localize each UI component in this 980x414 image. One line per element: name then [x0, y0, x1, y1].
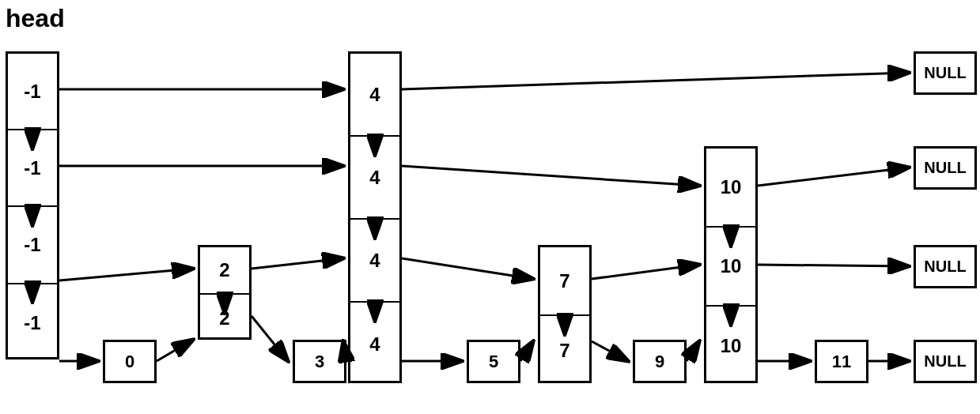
svg-line-10 [758, 265, 909, 266]
svg-line-13 [252, 316, 288, 361]
node-10-row-0: 10 [706, 149, 755, 228]
node-4-row-0: 4 [350, 54, 399, 137]
svg-line-16 [520, 341, 533, 361]
node-10-row-2: 10 [706, 307, 755, 386]
svg-line-5 [758, 167, 909, 186]
node-3: 3 [293, 340, 346, 383]
node-7: 7 7 [538, 245, 592, 383]
null-3: NULL [914, 340, 977, 383]
head-label: head [6, 4, 65, 33]
svg-line-9 [592, 265, 699, 279]
node-2: 2 2 [198, 245, 252, 340]
svg-line-4 [402, 166, 699, 186]
node-7-row-1: 7 [540, 316, 589, 386]
head-row-2: -1 [8, 207, 57, 284]
node-0: 0 [103, 340, 157, 383]
svg-line-17 [592, 341, 628, 361]
node-2-row-1: 2 [200, 295, 249, 342]
node-2-row-0: 2 [200, 247, 249, 295]
diagram: head -1 -1 -1 -1 0 2 2 3 4 4 4 4 5 7 7 9… [0, 0, 980, 414]
head-row-1: -1 [8, 130, 57, 207]
null-1: NULL [914, 146, 977, 190]
null-0: NULL [914, 51, 977, 95]
node-4-row-1: 4 [350, 137, 399, 220]
null-2: NULL [914, 245, 977, 288]
svg-line-6 [59, 269, 193, 280]
head-row-3: -1 [8, 284, 57, 362]
node-11: 11 [815, 340, 868, 383]
svg-line-8 [402, 258, 533, 279]
node-10-row-1: 10 [706, 228, 755, 307]
head-node: -1 -1 -1 -1 [6, 51, 59, 359]
svg-line-7 [252, 258, 343, 269]
node-10: 10 10 10 [704, 146, 758, 383]
svg-line-2 [402, 73, 909, 89]
node-4-row-3: 4 [350, 303, 399, 386]
svg-line-18 [687, 341, 699, 361]
node-4-row-2: 4 [350, 220, 399, 303]
svg-line-12 [157, 340, 193, 361]
node-7-row-0: 7 [540, 247, 589, 316]
node-4: 4 4 4 4 [348, 51, 402, 383]
node-5: 5 [467, 340, 520, 383]
head-row-0: -1 [8, 54, 57, 130]
node-9: 9 [633, 340, 687, 383]
